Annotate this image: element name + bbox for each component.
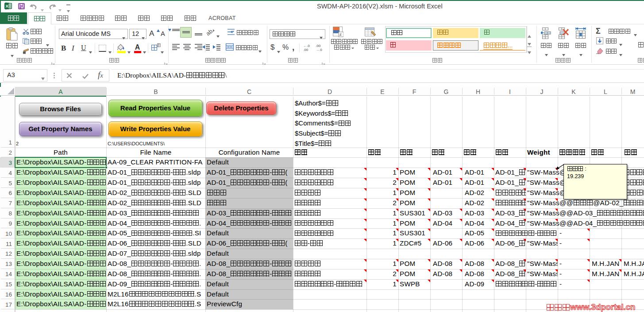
svg-text:X: X <box>5 4 8 8</box>
svg-text:≠: ≠ <box>339 32 342 37</box>
svg-text:.00: .00 <box>303 48 309 51</box>
svg-text:.00: .00 <box>316 44 321 48</box>
svg-text:→.0: →.0 <box>316 48 322 51</box>
svg-text:←.0: ←.0 <box>303 44 310 48</box>
svg-text:ab: ab <box>206 28 214 36</box>
